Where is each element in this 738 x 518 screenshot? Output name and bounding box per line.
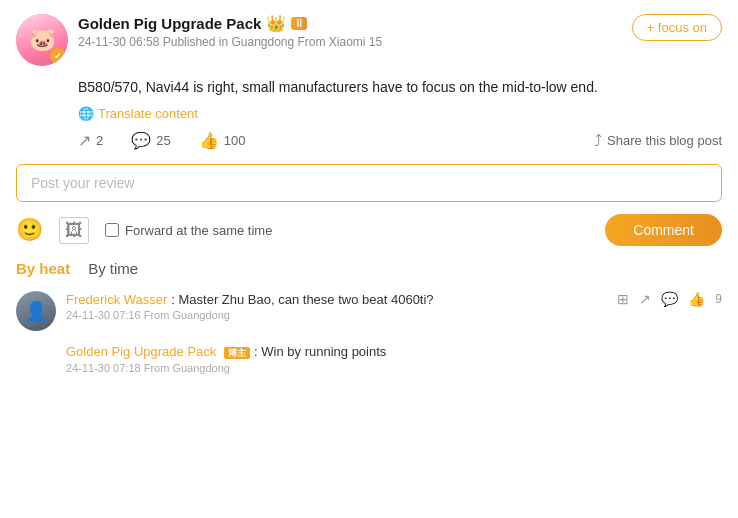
user-details: Golden Pig Upgrade Pack 👑 II 24-11-30 06… [78,14,382,49]
commenter-username: Frederick Wasser [66,292,167,307]
post-meta: 24-11-30 06:58 Published in Guangdong Fr… [78,35,382,49]
sort-tabs: By heat By time [16,260,722,277]
review-input-box[interactable]: Post your review [16,164,722,202]
action-row: ↗ 2 💬 25 👍 100 ⤴ Share this blog post [16,131,722,150]
comment-share-icon[interactable]: ↗ [639,291,651,307]
comment-body: Frederick Wasser : Master Zhu Bao, can t… [66,291,607,321]
comment-reply-icon[interactable]: 💬 [661,291,678,307]
image-button[interactable]: 🖼 [59,217,89,244]
sort-by-heat[interactable]: By heat [16,260,70,277]
translate-label: Translate content [98,106,198,121]
repost-icon: ↗ [78,131,91,150]
forward-row: Forward at the same time [105,223,272,238]
comment-action[interactable]: 💬 25 [131,131,170,150]
vip-badge: II [291,17,307,30]
crown-icon: 👑 [266,14,286,33]
author-badge: 博主 [224,347,250,359]
commenter-text: : Master Zhu Bao, can these two beat 406… [171,292,433,307]
bottom-bar: 🙂 🖼 Forward at the same time Comment [16,214,722,246]
translate-link[interactable]: 🌐 Translate content [16,106,722,121]
comment-action-icons: ⊞ ↗ 💬 👍 9 [617,291,722,307]
commenter-avatar: 👤 [16,291,56,331]
reply-username: Golden Pig Upgrade Pack [66,344,216,359]
username: Golden Pig Upgrade Pack [78,15,261,32]
post-header: 🐷 ✓ Golden Pig Upgrade Pack 👑 II 24-11-3… [16,14,722,66]
verified-badge: ✓ [50,48,66,64]
emoji-button[interactable]: 🙂 [16,217,43,243]
comment-icon: 💬 [131,131,151,150]
bottom-left-controls: 🙂 🖼 Forward at the same time [16,217,272,244]
forward-label: Forward at the same time [125,223,272,238]
like-icon: 👍 [199,131,219,150]
commenter-avatar-image: 👤 [16,291,56,331]
comment-text-row: Frederick Wasser : Master Zhu Bao, can t… [66,291,607,307]
user-info-left: 🐷 ✓ Golden Pig Upgrade Pack 👑 II 24-11-3… [16,14,382,66]
review-placeholder: Post your review [31,175,134,191]
share-label: Share this blog post [607,133,722,148]
comment-submit-button[interactable]: Comment [605,214,722,246]
comment-like-count: 9 [715,292,722,306]
translate-icon: 🌐 [78,106,94,121]
comment-item: 👤 Frederick Wasser : Master Zhu Bao, can… [16,291,722,331]
reply-text: : Win by running points [254,344,386,359]
reply-item: Golden Pig Upgrade Pack 博主 : Win by runn… [66,343,722,374]
comment-like-icon[interactable]: 👍 [688,291,705,307]
comment-copy-icon[interactable]: ⊞ [617,291,629,307]
share-action[interactable]: ⤴ Share this blog post [594,132,722,150]
like-count: 100 [224,133,246,148]
focus-button[interactable]: + focus on [632,14,722,41]
repost-action[interactable]: ↗ 2 [78,131,103,150]
username-row: Golden Pig Upgrade Pack 👑 II [78,14,382,33]
post-content: B580/570, Navi44 is right, small manufac… [16,76,722,98]
reply-meta: 24-11-30 07:18 From Guangdong [66,362,722,374]
comment-meta: 24-11-30 07:16 From Guangdong [66,309,607,321]
like-action[interactable]: 👍 100 [199,131,246,150]
repost-count: 2 [96,133,103,148]
share-icon: ⤴ [594,132,602,150]
avatar[interactable]: 🐷 ✓ [16,14,68,66]
forward-checkbox[interactable] [105,223,119,237]
sort-by-time[interactable]: By time [88,260,138,277]
comment-count: 25 [156,133,170,148]
